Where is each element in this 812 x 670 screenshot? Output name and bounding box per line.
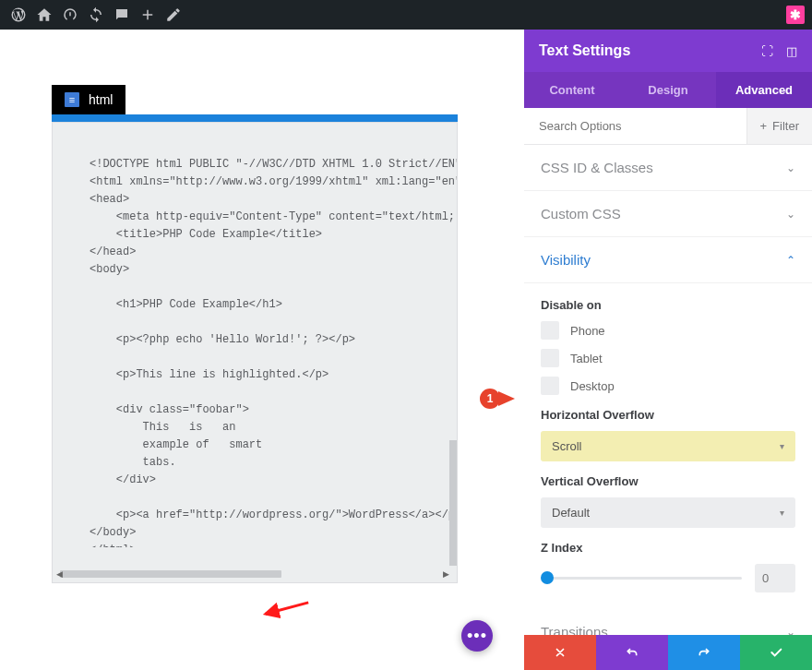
section-custom-css[interactable]: Custom CSS ⌄ [524, 191, 812, 237]
scrollbar-thumb[interactable] [60, 570, 281, 578]
caret-icon: ▾ [780, 441, 784, 451]
desktop-checkbox[interactable] [541, 377, 559, 395]
horizontal-scrollbar[interactable]: ◀ ▶ [56, 568, 453, 580]
wp-admin-bar: ✱ [0, 0, 812, 30]
zindex-slider[interactable] [541, 577, 742, 580]
plus-icon[interactable] [135, 0, 161, 30]
builder-canvas: ≡ html <!DOCTYPE html PUBLIC "-//W3C//DT… [0, 30, 524, 670]
chevron-down-icon: ⌄ [786, 208, 795, 221]
callout-number: 1 [480, 389, 500, 409]
section-transitions[interactable]: Transitions ⌄ [524, 609, 812, 635]
phone-label: Phone [570, 324, 605, 338]
module-tab-label: html [89, 92, 113, 107]
expand-icon[interactable]: ⛶ [761, 44, 773, 58]
plus-small-icon: + [760, 119, 768, 133]
disable-on-label: Disable on [541, 298, 795, 312]
desktop-row: Desktop [541, 377, 795, 395]
filter-label: Filter [772, 119, 799, 133]
v-overflow-label: Vertical Overflow [541, 474, 795, 488]
save-button[interactable] [740, 635, 812, 670]
chevron-down-icon: ⌄ [786, 162, 795, 174]
caret-icon: ▾ [780, 508, 784, 518]
tablet-label: Tablet [570, 352, 603, 365]
dashboard-icon[interactable] [57, 0, 83, 30]
wordpress-icon[interactable] [6, 0, 31, 30]
tablet-checkbox[interactable] [541, 349, 559, 367]
v-overflow-select[interactable]: Default ▾ [541, 497, 795, 528]
sidebar-tabs: Content Design Advanced [524, 72, 812, 108]
section-title: Visibility [541, 252, 591, 268]
section-title: Custom CSS [541, 206, 621, 221]
redo-button[interactable] [668, 635, 740, 670]
v-overflow-value: Default [552, 506, 590, 520]
code-icon: ≡ [65, 92, 79, 107]
code-box: <!DOCTYPE html PUBLIC "-//W3C//DTD XHTML… [52, 122, 458, 583]
phone-row: Phone [541, 321, 795, 340]
tab-design[interactable]: Design [620, 72, 716, 108]
vertical-scrollbar[interactable] [449, 126, 457, 566]
builder-fab[interactable]: ••• [461, 620, 493, 652]
sidebar-title: Text Settings [539, 42, 630, 59]
section-title: CSS ID & Classes [541, 160, 653, 175]
search-row: + Filter [524, 108, 812, 145]
module-tab[interactable]: ≡ html [52, 85, 125, 114]
section-visibility[interactable]: Visibility ⌃ [524, 237, 812, 283]
zindex-label: Z Index [541, 541, 795, 555]
h-overflow-select[interactable]: Scroll ▾ [541, 431, 795, 461]
chevron-up-icon: ⌃ [786, 254, 795, 267]
code-module[interactable]: ≡ html <!DOCTYPE html PUBLIC "-//W3C//DT… [52, 85, 458, 583]
module-accent-bar [52, 114, 458, 122]
pencil-icon[interactable] [161, 0, 186, 30]
phone-checkbox[interactable] [541, 321, 559, 340]
comment-icon[interactable] [109, 0, 135, 30]
visibility-body: Disable on Phone Tablet Desktop Horizont… [524, 283, 812, 609]
undo-button[interactable] [596, 635, 668, 670]
star-badge[interactable]: ✱ [786, 6, 805, 24]
svg-line-0 [266, 587, 308, 629]
sidebar-footer [524, 635, 812, 670]
desktop-label: Desktop [570, 379, 615, 393]
home-icon[interactable] [31, 0, 57, 30]
section-css-id-classes[interactable]: CSS ID & Classes ⌄ [524, 145, 812, 191]
zindex-row [541, 564, 795, 592]
h-overflow-label: Horizontal Overflow [541, 408, 795, 422]
chevron-down-icon: ⌄ [786, 626, 795, 636]
search-input[interactable] [524, 108, 746, 144]
code-content: <!DOCTYPE html PUBLIC "-//W3C//DTD XHTML… [90, 156, 420, 547]
h-overflow-value: Scroll [552, 439, 582, 453]
tab-content[interactable]: Content [524, 72, 620, 108]
sidebar-header: Text Settings ⛶ ◫ [524, 30, 812, 72]
annotation-callout-1: 1 [480, 389, 500, 409]
sync-icon[interactable] [83, 0, 109, 30]
snap-icon[interactable]: ◫ [786, 44, 797, 58]
filter-button[interactable]: + Filter [746, 108, 812, 144]
zindex-input[interactable] [755, 564, 795, 592]
tab-advanced[interactable]: Advanced [716, 72, 812, 108]
tablet-row: Tablet [541, 349, 795, 367]
slider-thumb[interactable] [541, 571, 554, 584]
section-title: Transitions [541, 624, 608, 635]
annotation-arrow [253, 575, 317, 640]
settings-sidebar: Text Settings ⛶ ◫ Content Design Advance… [524, 30, 812, 670]
discard-button[interactable] [524, 635, 596, 670]
